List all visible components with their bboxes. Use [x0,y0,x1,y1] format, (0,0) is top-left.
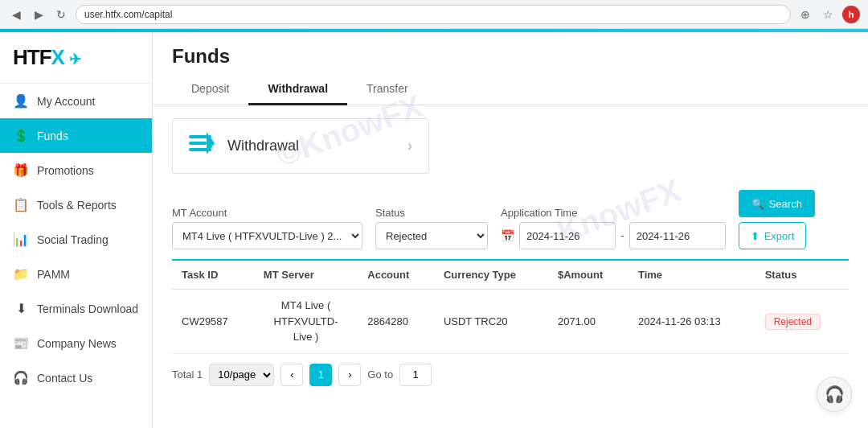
sidebar-item-company-news[interactable]: 📰 Company News [0,326,152,360]
sidebar-label-pamm: PAMM [37,268,70,281]
table-row: CW29587 MT4 Live (HTFXVULTD-Live ) 28642… [172,290,849,354]
bookmark-icon[interactable]: ☆ [820,6,836,23]
tab-deposit[interactable]: Deposit [172,74,248,105]
sidebar-label-social-trading: Social Trading [37,233,108,246]
withdrawal-icon [189,132,215,160]
svg-rect-1 [189,142,207,145]
download-icon: ⬇ [13,301,29,316]
sidebar: HTFX ✈ 👤 My Account 💲 Funds 🎁 Promotions… [0,32,153,428]
mt-account-select[interactable]: MT4 Live ( HTFXVULTD-Live ) 2... [172,222,362,249]
withdrawal-card[interactable]: Withdrawal › [172,118,429,174]
tab-withdrawal[interactable]: Withdrawal [248,74,347,105]
status-select[interactable]: Rejected [375,222,488,249]
col-time: Time [628,260,755,290]
search-label: Search [769,198,802,210]
col-amount: $Amount [548,260,628,290]
action-buttons: 🔍 Search ⬆ Export [739,190,815,249]
sidebar-item-tools-reports[interactable]: 📋 Tools & Reports [0,187,152,222]
sidebar-item-social-trading[interactable]: 📊 Social Trading [0,222,152,257]
newspaper-icon: 📰 [13,335,29,351]
date-separator: - [620,229,624,242]
url-bar[interactable]: user.htfx.com/capital [76,5,791,24]
calendar-icon: 📅 [501,229,514,242]
cell-account: 2864280 [358,290,434,354]
export-button[interactable]: ⬆ Export [739,222,807,249]
withdrawal-table: Task ID MT Server Account Currency Type … [172,259,849,354]
withdrawal-card-label: Withdrawal [227,138,395,154]
withdrawal-card-arrow: › [407,138,412,154]
cell-task-id: CW29587 [172,290,254,354]
total-count: Total 1 [172,368,203,381]
col-task-id: Task ID [172,260,254,290]
tab-transfer[interactable]: Transfer [347,74,428,105]
app-time-filter: Application Time 📅 - [501,207,726,249]
goto-label: Go to [367,368,393,381]
export-label: Export [764,230,795,242]
sidebar-label-company-news: Company News [37,337,117,350]
headset-icon: 🎧 [825,385,845,404]
main-content: ©KnowFX KnowFX Funds Deposit Withdrawal … [153,32,868,428]
browser-icons: ⊕ ☆ h [797,6,860,23]
browser-bar: ◀ ▶ ↻ user.htfx.com/capital ⊕ ☆ h [0,0,868,29]
mt-account-label: MT Account [172,207,362,219]
forward-button[interactable]: ▶ [31,6,47,23]
tabs-bar: Deposit Withdrawal Transfer [153,74,868,105]
gift-icon: 🎁 [13,163,29,178]
sidebar-item-terminals-download[interactable]: ⬇ Terminals Download [0,291,152,326]
page-title: Funds [172,45,849,68]
sidebar-item-funds[interactable]: 💲 Funds [0,118,152,153]
export-icon: ⬆ [751,230,760,242]
cell-currency-type: USDT TRC20 [434,290,548,354]
page-header: Funds [153,32,868,74]
status-filter: Status Rejected [375,207,488,249]
folder-icon: 📁 [13,266,29,282]
sidebar-label-tools-reports: Tools & Reports [37,199,117,212]
prev-page-button[interactable]: ‹ [280,364,303,386]
next-page-button[interactable]: › [338,364,361,386]
back-button[interactable]: ◀ [8,6,24,23]
headset-support-button[interactable]: 🎧 [817,377,852,412]
extensions-icon: ⊕ [797,6,813,23]
sidebar-label-contact-us: Contact Us [37,372,92,385]
sidebar-label-terminals-download: Terminals Download [37,302,138,315]
search-button[interactable]: 🔍 Search [739,190,815,217]
page-1-button[interactable]: 1 [309,364,332,386]
table-header-row: Task ID MT Server Account Currency Type … [172,260,849,290]
chart-icon: 📊 [13,232,29,247]
app-time-label: Application Time [501,207,726,219]
sidebar-item-pamm[interactable]: 📁 PAMM [0,257,152,291]
date-to-input[interactable] [629,222,726,249]
sidebar-label-my-account: My Account [37,95,95,108]
col-currency-type: Currency Type [434,260,548,290]
date-from-input[interactable] [519,222,616,249]
user-avatar[interactable]: h [842,6,860,23]
status-badge: Rejected [765,314,821,330]
sidebar-item-promotions[interactable]: 🎁 Promotions [0,153,152,187]
goto-input[interactable] [399,364,432,386]
logo: HTFX ✈ [13,45,139,70]
sidebar-label-promotions: Promotions [37,164,94,177]
pagination: Total 1 10/page ‹ 1 › Go to [153,354,868,396]
col-status: Status [755,260,849,290]
search-icon: 🔍 [751,198,764,210]
sidebar-item-contact-us[interactable]: 🎧 Contact Us [0,360,152,395]
clipboard-icon: 📋 [13,197,29,212]
sidebar-item-my-account[interactable]: 👤 My Account [0,84,152,118]
col-mt-server: MT Server [254,260,358,290]
sidebar-label-funds: Funds [37,130,68,142]
col-account: Account [358,260,434,290]
status-label: Status [375,207,488,219]
table-container: Task ID MT Server Account Currency Type … [153,259,868,354]
cell-mt-server: MT4 Live (HTFXVULTD-Live ) [254,290,358,354]
cell-status: Rejected [755,290,849,354]
person-icon: 👤 [13,93,29,109]
per-page-select[interactable]: 10/page [209,364,274,386]
dollar-icon: 💲 [13,128,29,143]
headset-icon-nav: 🎧 [13,370,29,385]
refresh-button[interactable]: ↻ [53,6,69,23]
filter-area: MT Account MT4 Live ( HTFXVULTD-Live ) 2… [153,190,868,259]
cell-time: 2024-11-26 03:13 [628,290,755,354]
logo-x: X [51,45,64,69]
svg-marker-3 [207,132,215,154]
date-range: 📅 - [501,222,726,249]
